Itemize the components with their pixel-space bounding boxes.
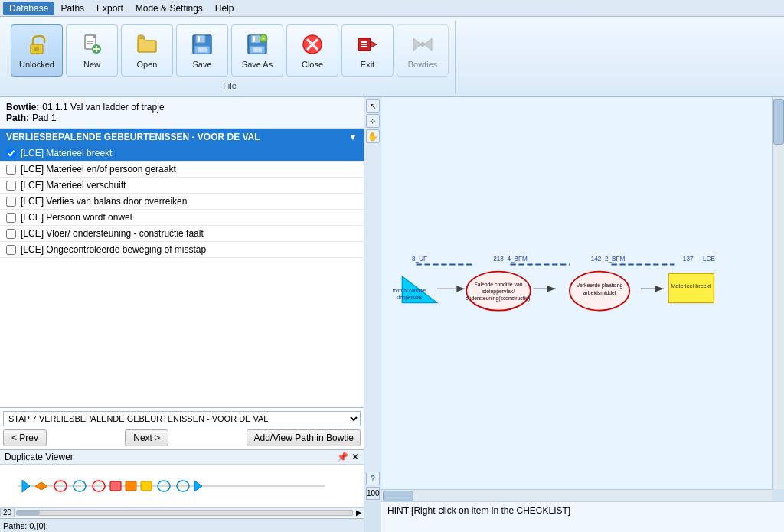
dup-viewer-svg (3, 471, 325, 501)
next-button[interactable]: Next > (125, 429, 168, 446)
svg-text:arbeidsmiddel: arbeidsmiddel (583, 290, 616, 295)
close-icon[interactable]: ✕ (351, 452, 359, 462)
hint-bar: HINT [Right-click on item in the CHECKLI… (381, 501, 784, 532)
path-value: Pad 1 (32, 113, 56, 123)
vertical-scrollbar[interactable] (772, 97, 784, 489)
svg-marker-31 (22, 480, 30, 492)
diagram-svg: 8_UF 213 4_BFM 142 2_BFM 137 LCE form of… (381, 97, 772, 501)
checklist-checkbox-3[interactable] (6, 181, 16, 191)
checklist-checkbox-1[interactable] (6, 149, 16, 158)
checklist-item-text-7: [LCE] Ongecontroleerde beweging of misst… (21, 244, 206, 255)
dup-viewer-scrollbar-row: 20 ▶ (0, 507, 364, 517)
toolbar: Unlocked New (0, 17, 784, 97)
dup-scroll-bar[interactable] (16, 510, 353, 516)
menu-export[interactable]: Export (90, 2, 129, 15)
dropdown-row: STAP 7 VERLIESBEPALENDE GEBEURTENISSEN -… (3, 411, 361, 426)
checklist-item-7[interactable]: [LCE] Ongecontroleerde beweging of misst… (0, 242, 364, 258)
checklist-item-3[interactable]: [LCE] Materieel verschuift (0, 178, 364, 194)
menu-help[interactable]: Help (209, 2, 240, 15)
checklist-item-4[interactable]: [LCE] Verlies van balans door overreiken (0, 194, 364, 210)
dup-viewer-header: Duplicate Viewer 📌 ✕ (0, 450, 364, 465)
pin-icon[interactable]: 📌 (337, 452, 348, 462)
checklist-header-text: VERLIESBEPALENDE GEBEURTENISSEN - VOOR D… (6, 132, 260, 142)
svg-text:ondersteuning(sconstructie).: ondersteuning(sconstructie). (466, 295, 531, 302)
horizontal-scrollbar[interactable] (381, 489, 772, 501)
svg-marker-41 (194, 481, 202, 491)
zoom-value-left[interactable]: 20 (0, 508, 15, 517)
save-button[interactable]: Save (176, 24, 228, 77)
exit-label: Exit (361, 60, 374, 69)
svg-rect-38 (141, 481, 152, 491)
dup-viewer-icons: 📌 ✕ (337, 452, 359, 462)
toolbar-file-group: Unlocked New (5, 21, 456, 93)
save-label: Save (192, 60, 211, 69)
svg-text:Materieel breekt: Materieel breekt (671, 282, 710, 289)
svg-text:form of conditie: form of conditie (393, 288, 426, 293)
menu-mode-settings[interactable]: Mode & Settings (129, 2, 209, 15)
svg-text:4_BFM: 4_BFM (507, 256, 528, 263)
select-tool[interactable]: ⊹ (366, 114, 380, 128)
checklist-item-6[interactable]: [LCE] Vloer/ ondersteuning - constructie… (0, 226, 364, 242)
bowtie-label: Bowtie: (6, 102, 39, 113)
svg-text:steioppervlak/: steioppervlak/ (482, 289, 514, 295)
svg-text:+: + (262, 36, 265, 41)
bowties-button[interactable]: Bowties (397, 24, 449, 77)
hint-text: HINT [Right-click on item in the CHECKLI… (387, 505, 570, 516)
svg-text:stoppenvlak: stoppenvlak (396, 295, 423, 301)
dup-viewer-title: Duplicate Viewer (5, 452, 74, 462)
zoom-level: 100 (366, 487, 380, 500)
new-button[interactable]: New (66, 24, 118, 77)
new-label: New (83, 60, 100, 69)
prev-button[interactable]: < Prev (3, 429, 47, 446)
exit-button[interactable]: Exit (341, 24, 394, 77)
hand-tool[interactable]: ✋ (366, 129, 380, 143)
svg-rect-10 (198, 36, 200, 42)
svg-text:8_UF: 8_UF (412, 256, 427, 263)
svg-point-29 (420, 42, 425, 47)
unlocked-label: Unlocked (19, 60, 54, 69)
paths-text: Paths: 0,[0]; (3, 521, 48, 530)
svg-text:LCE: LCE (703, 256, 715, 263)
save-as-button[interactable]: + Save As (231, 24, 283, 77)
duplicate-viewer: Duplicate Viewer 📌 ✕ (0, 449, 364, 518)
svg-text:213: 213 (493, 256, 504, 263)
open-button[interactable]: Open (121, 24, 173, 77)
menu-bar: Database Paths Export Mode & Settings He… (0, 0, 784, 17)
checklist-header: VERLIESBEPALENDE GEBEURTENISSEN - VOOR D… (0, 129, 364, 145)
checklist-item-text-4: [LCE] Verlies van balans door overreiken (21, 196, 187, 207)
checklist-item-1[interactable]: [LCE] Materieel breekt (0, 145, 364, 162)
checklist-item-text-2: [LCE] Materieel en/of persoon geraakt (21, 164, 176, 175)
checklist-checkbox-5[interactable] (6, 213, 16, 223)
left-panel: Bowtie: 01.1.1 Val van ladder of trapje … (0, 97, 364, 532)
menu-paths[interactable]: Paths (54, 2, 90, 15)
unlocked-button[interactable]: Unlocked (11, 24, 63, 77)
menu-database[interactable]: Database (3, 2, 54, 15)
bowtie-value: 01.1.1 Val van ladder of trapje (42, 102, 164, 113)
add-path-button[interactable]: Add/View Path in Bowtie (247, 429, 361, 446)
checklist-checkbox-4[interactable] (6, 197, 16, 207)
step-dropdown[interactable]: STAP 7 VERLIESBEPALENDE GEBEURTENISSEN -… (3, 411, 361, 426)
checklist-item-2[interactable]: [LCE] Materieel en/of persoon geraakt (0, 162, 364, 178)
right-panel: ↖ ⊹ ✋ ? 100 8_UF (364, 97, 784, 532)
info-tool[interactable]: ? (366, 472, 380, 485)
dup-viewer-content (0, 465, 364, 507)
scroll-right-arrow[interactable]: ▶ (354, 508, 364, 517)
close-label: Close (302, 60, 323, 69)
checklist-checkbox-7[interactable] (6, 245, 16, 255)
checklist-checkbox-6[interactable] (6, 229, 16, 239)
svg-marker-27 (413, 38, 421, 51)
checklist-item-text-3: [LCE] Materieel verschuift (21, 180, 126, 191)
svg-marker-28 (424, 38, 432, 51)
checklist-header-expand[interactable]: ▼ (348, 132, 358, 142)
checklist-checkbox-2[interactable] (6, 165, 16, 175)
checklist-item-5[interactable]: [LCE] Persoon wordt onwel (0, 210, 364, 226)
svg-text:137: 137 (683, 256, 694, 263)
bottom-controls: STAP 7 VERLIESBEPALENDE GEBEURTENISSEN -… (0, 407, 364, 449)
svg-text:Verkeerde plaatsing: Verkeerde plaatsing (577, 282, 623, 289)
nav-row: < Prev Next > Add/View Path in Bowtie (3, 429, 361, 446)
close-button[interactable]: Close (286, 24, 338, 77)
pointer-tool[interactable]: ↖ (366, 99, 380, 113)
svg-rect-17 (253, 47, 262, 52)
toolbar-group-label: File (223, 81, 237, 90)
svg-text:2_BFM: 2_BFM (605, 256, 626, 263)
